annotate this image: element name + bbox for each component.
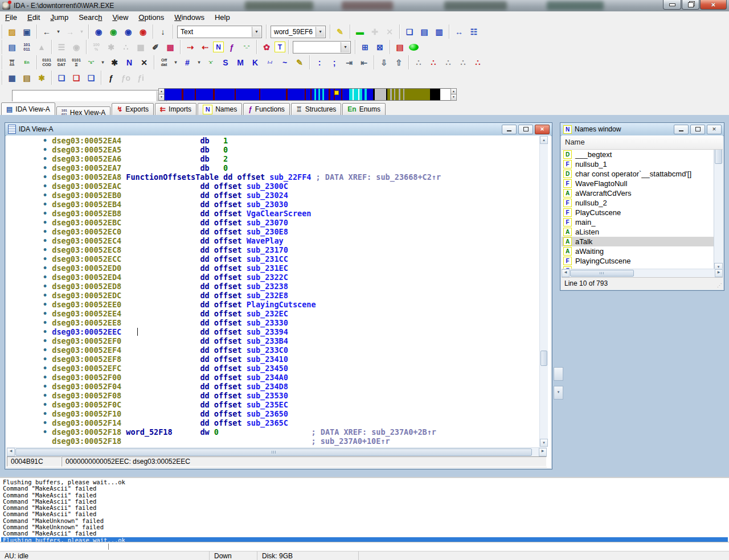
scroll-left-icon[interactable]: ◀	[562, 269, 570, 278]
window-list-icon[interactable]: ☷	[467, 25, 481, 39]
windows-cascade-icon[interactable]: ❏	[403, 25, 416, 39]
structures-icon[interactable]: ♖	[5, 56, 19, 69]
flower-icon[interactable]: ✿	[260, 40, 273, 54]
child-close-button[interactable]: ✕	[535, 125, 550, 134]
back-dropdown-icon[interactable]: ▾	[55, 25, 62, 39]
menu-item-help[interactable]: Help	[210, 11, 235, 24]
enums-icon[interactable]: En	[20, 56, 34, 69]
listing-horizontal-scrollbar[interactable]: ◀ ▶	[7, 447, 547, 456]
scroll-right-icon[interactable]: ▶	[539, 448, 547, 456]
menu-item-search[interactable]: Search	[73, 11, 107, 24]
stack-var2-icon[interactable]: ⇤	[357, 56, 371, 69]
names-list-item[interactable]: AaListen	[562, 227, 723, 237]
log-line[interactable]: Command "MakeAscii" failed	[1, 485, 728, 492]
script-command-icon[interactable]: ▤	[20, 71, 34, 85]
xref-tree-icon[interactable]: ∴	[471, 56, 485, 69]
scroll-thumb[interactable]	[715, 150, 722, 164]
scroll-up-icon[interactable]: ▲	[540, 136, 548, 144]
scroll-left-icon[interactable]: ◀	[7, 448, 15, 456]
listing-line[interactable]: • dseg03:00052EC4 dd offset WavePlay	[43, 236, 538, 245]
char-icon[interactable]: 'x'	[204, 56, 218, 69]
search-target-combo[interactable]: word_59EF6▾	[271, 26, 326, 38]
zoom-100-icon[interactable]: 100%	[89, 40, 103, 54]
listing-line[interactable]: • dseg03:00052EB0 dd offset sub_23024	[43, 191, 538, 200]
names-list-item[interactable]: AaWaiting	[562, 246, 723, 256]
search-values-icon[interactable]: ◉	[121, 25, 135, 39]
listing-vertical-scrollbar[interactable]: ▲ ▼	[539, 136, 548, 447]
listing-line[interactable]: • dseg03:00052EE8 dd offset sub_23330	[43, 318, 538, 327]
jump-address-icon[interactable]: ↓	[156, 25, 170, 39]
listing-line[interactable]: • dseg03:00052EE4 dd offset sub_232EC	[43, 309, 538, 318]
child-restore-button[interactable]	[690, 125, 705, 134]
search-abort-icon[interactable]: ◉	[136, 25, 150, 39]
names-vertical-scrollbar[interactable]: ▲ ▼	[714, 150, 723, 269]
windows-pair-icon[interactable]: ❏	[84, 71, 98, 85]
windows-stack-icon[interactable]: ❏	[55, 71, 68, 85]
make-struct-icon[interactable]: 0101♖	[69, 56, 83, 69]
tilde-icon[interactable]: ~	[278, 56, 292, 69]
listing-line[interactable]: • dseg03:00052EBC dd offset sub_23070	[43, 218, 538, 227]
chevron-down-icon[interactable]: ▾	[252, 27, 261, 37]
menu-item-file[interactable]: File	[0, 11, 22, 24]
listing-line[interactable]: • dseg03:00052ED8 dd offset sub_23238	[43, 282, 538, 291]
offset-dat-icon[interactable]: Offdat	[157, 56, 171, 69]
band-scroll-down2-button[interactable]: ▼	[450, 94, 457, 101]
menu-item-edit[interactable]: Edit	[22, 11, 45, 24]
edit-comment-icon[interactable]: ✎	[293, 56, 306, 69]
names-list-item[interactable]: AaWarcraftCdVers	[562, 188, 723, 198]
gear-icon[interactable]: ✱	[35, 71, 48, 85]
listing-line[interactable]: • dseg03:00052F10 dd offset sub_23650	[43, 409, 538, 418]
navigation-combo[interactable]: ▾	[12, 90, 167, 102]
listing-line[interactable]: • dseg03:00052F00 dd offset sub_234A0	[43, 373, 538, 382]
window-add-icon[interactable]: ⊞	[358, 40, 372, 54]
stack-height-icon[interactable]: ⇩	[377, 56, 391, 69]
graph-view-icon[interactable]: ∴	[119, 40, 133, 54]
listing-line[interactable]: • dseg03:00052EFC dd offset sub_23450	[43, 364, 538, 373]
script-file-icon[interactable]: ▤	[393, 40, 407, 54]
names-list-item[interactable]: D___begtext	[562, 150, 723, 159]
make-array-icon[interactable]: ✱	[108, 56, 121, 69]
names-column-header[interactable]: Name	[562, 135, 723, 150]
rocket-icon[interactable]: ▲	[35, 40, 48, 54]
listing-line[interactable]: • dseg03:00052ECC dd offset sub_231CC	[43, 254, 538, 263]
scroll-thumb[interactable]	[570, 270, 634, 277]
text-view-icon[interactable]: ▤	[5, 40, 19, 54]
listing-line[interactable]: • dseg03:00052EA6 db 2	[43, 154, 538, 163]
listing-line[interactable]: • dseg03:00052EDC dd offset sub_232E8	[43, 291, 538, 300]
listing-line[interactable]: • dseg03:00052F08 dd offset sub_23530	[43, 391, 538, 400]
listing-line[interactable]: • dseg03:00052EB8 dd offset VgaClearScre…	[43, 209, 538, 218]
log-line[interactable]: Command "MakeUnknown" failed	[1, 518, 728, 524]
child-minimize-button[interactable]	[674, 125, 689, 134]
open-file-icon[interactable]: ▨	[5, 25, 19, 39]
log-line[interactable]: Flushing buffers, please wait...ok	[1, 479, 728, 485]
title-bar[interactable]: IDA - E:\downtorrent\0\WAR.EXE ✕	[0, 0, 729, 12]
listing-line[interactable]: • dseg03:00052EA7 db 0	[43, 163, 538, 172]
colon-comment-icon[interactable]: :	[313, 56, 326, 69]
strings-list-icon[interactable]: ".."	[240, 40, 253, 54]
listing-line[interactable]: • dseg03:00052EEC dd offset sub_23394	[43, 327, 538, 336]
log-line[interactable]: Command "MakeAscii" failed	[1, 492, 728, 499]
log-line[interactable]: Command "MakeAscii" failed	[1, 505, 728, 511]
navigation-band[interactable]	[164, 88, 451, 101]
names-list-item[interactable]: Dchar const operator`__stattabcmd'[]	[562, 169, 723, 179]
names-list-item[interactable]: FPlayingCutscene	[562, 256, 723, 266]
tab-functions[interactable]: ƒFunctions	[243, 103, 290, 116]
listing-line[interactable]: dseg03:00052F18 ; sub_237A0+10E↑r	[43, 437, 538, 446]
colors-palette-icon[interactable]: ▩	[163, 40, 177, 54]
string-type-dropdown-icon[interactable]: ▾	[99, 56, 107, 69]
number-icon[interactable]: #	[181, 56, 194, 69]
names-list-item[interactable]: FPlayCutscene	[562, 208, 723, 217]
window-resize-icon[interactable]: ↔	[452, 25, 466, 39]
listing-line[interactable]: • dseg03:00052ED4 dd offset sub_2322C	[43, 273, 538, 282]
make-name-icon[interactable]: N	[122, 56, 136, 69]
const-icon[interactable]: K	[248, 56, 262, 69]
stack-height2-icon[interactable]: ⇧	[392, 56, 406, 69]
xrefs-from-icon[interactable]: ⇠	[198, 40, 212, 54]
minimize-button[interactable]	[663, 0, 681, 10]
make-code-icon[interactable]: 0101COD	[40, 56, 54, 69]
log-line[interactable]: Command "MakeAscii" failed	[1, 530, 728, 537]
anterior-lines-icon[interactable]: /–/	[263, 56, 277, 69]
child-minimize-button[interactable]	[502, 125, 517, 134]
menu-item-options[interactable]: Options	[133, 11, 169, 24]
command-line-input[interactable]	[0, 542, 729, 551]
